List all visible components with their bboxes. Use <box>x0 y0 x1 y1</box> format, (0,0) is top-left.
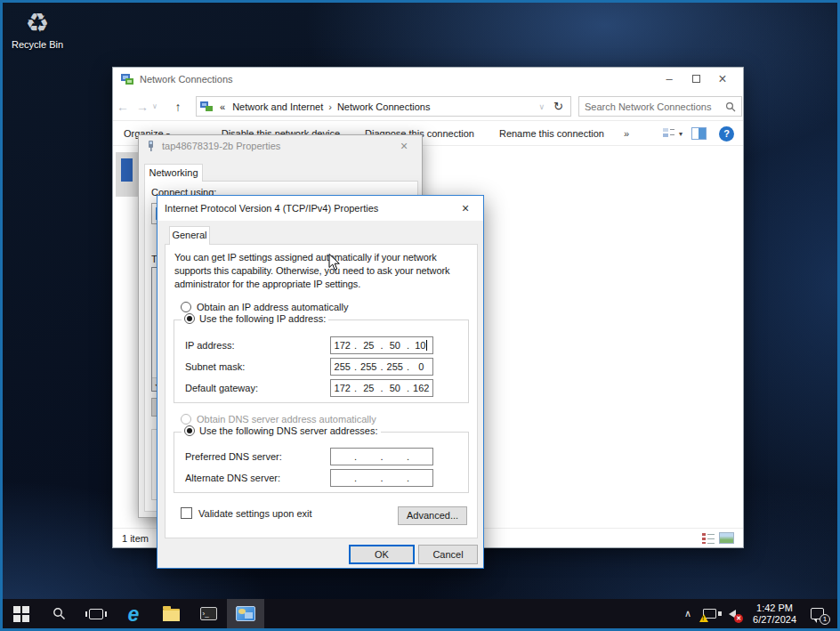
connection-item-icon <box>121 158 133 182</box>
connection-list-item[interactable] <box>116 152 140 197</box>
tap-close-icon[interactable]: × <box>393 139 415 153</box>
history-dropdown-icon[interactable]: ∨ <box>152 102 163 110</box>
radio-obtain-dns-icon <box>181 414 191 425</box>
action-center-button[interactable]: 1 <box>807 605 827 623</box>
ip-octet: 172 <box>331 383 354 393</box>
command-prompt-icon: ›_ <box>200 607 217 620</box>
ip-address-groupbox: Use the following IP address: IP address… <box>174 320 469 403</box>
forward-icon[interactable]: → <box>133 100 152 114</box>
breadcrumb-prefix: « <box>216 101 229 112</box>
octet-dot <box>380 473 384 483</box>
radio-use-dns-label: Use the following DNS server addresses: <box>199 425 378 436</box>
back-icon[interactable]: ← <box>113 100 133 114</box>
ip-octet: 162 <box>410 383 433 393</box>
cancel-button[interactable]: Cancel <box>418 545 478 564</box>
radio-use-dns-icon <box>184 425 195 436</box>
ip-octet: 255 <box>331 361 354 372</box>
clock-date: 6/27/2024 <box>753 614 796 625</box>
ip-octet: 25 <box>358 340 381 351</box>
default-gateway-input[interactable]: 1722550162 <box>330 379 433 397</box>
system-tray: ∧ ✕ 1:42 PM 6/27/2024 1 <box>680 599 837 628</box>
explorer-navbar: ← → ∨ ↑ « Network and Internet › Network… <box>113 93 743 121</box>
radio-obtain-ip[interactable]: Obtain an IP address automatically <box>181 302 348 312</box>
ok-button[interactable]: OK <box>349 545 415 564</box>
ip-address-input[interactable]: 172255010 <box>330 336 433 354</box>
recycle-bin-label: Recycle Bin <box>10 39 65 50</box>
validate-checkbox[interactable] <box>181 507 192 519</box>
ipv4-intro-text: You can get IP settings assigned automat… <box>174 251 475 291</box>
view-details-icon[interactable] <box>702 532 715 544</box>
breadcrumb-network-and-internet[interactable]: Network and Internet <box>229 101 327 112</box>
ipv4-dialog-title: Internet Protocol Version 4 (TCP/IPv4) P… <box>165 203 455 214</box>
command-prompt-button[interactable]: ›_ <box>190 599 227 628</box>
advanced-button[interactable]: Advanced... <box>398 506 467 525</box>
preferred-dns-label: Preferred DNS server: <box>185 451 330 462</box>
task-view-button[interactable] <box>77 599 115 628</box>
alternate-dns-input[interactable] <box>330 469 433 487</box>
radio-use-ip[interactable]: Use the following IP address: <box>182 313 328 324</box>
tap-dialog-titlebar: tap48678319-2b Properties × <box>139 135 422 157</box>
octet-dot <box>380 451 384 462</box>
network-connections-taskbar-button[interactable] <box>227 599 264 628</box>
view-dropdown-icon[interactable]: ▾ <box>679 130 682 138</box>
toolbar-overflow-icon[interactable]: » <box>624 128 629 139</box>
file-explorer-button[interactable] <box>152 599 190 628</box>
volume-tray-icon[interactable]: ✕ <box>723 605 742 623</box>
subnet-mask-input[interactable]: 2552552550 <box>330 358 433 376</box>
validate-checkbox-row[interactable]: Validate settings upon exit <box>181 507 312 519</box>
ip-octet: 10 <box>410 340 433 351</box>
ipv4-close-icon[interactable]: × <box>455 201 476 215</box>
radio-use-dns[interactable]: Use the following DNS server addresses: <box>182 425 381 436</box>
ip-octet: 172 <box>331 340 354 351</box>
search-input[interactable] <box>585 101 725 112</box>
radio-use-ip-label: Use the following IP address: <box>199 313 326 324</box>
minimize-button[interactable]: – <box>656 69 682 90</box>
dns-groupbox: Use the following DNS server addresses: … <box>174 432 469 493</box>
recycle-bin-icon: ♻ <box>10 8 65 38</box>
window-title: Network Connections <box>140 74 656 85</box>
preview-pane-icon[interactable] <box>691 127 707 140</box>
tap-dialog-title: tap48678319-2b Properties <box>162 141 393 151</box>
breadcrumb-network-connections[interactable]: Network Connections <box>334 101 434 112</box>
text-caret <box>426 340 427 351</box>
radio-use-ip-icon <box>184 313 195 324</box>
alternate-dns-label: Alternate DNS server: <box>185 473 330 483</box>
taskbar-search-button[interactable] <box>40 599 77 628</box>
internet-explorer-button[interactable]: e <box>115 599 152 628</box>
default-gateway-label: Default gateway: <box>185 383 330 393</box>
address-bar[interactable]: « Network and Internet › Network Connect… <box>196 96 571 117</box>
ipv4-dialog-titlebar: Internet Protocol Version 4 (TCP/IPv4) P… <box>158 196 483 221</box>
octet-dot <box>407 473 410 483</box>
ip-octet: 50 <box>384 340 407 351</box>
warning-icon <box>699 614 708 622</box>
recycle-bin[interactable]: ♻ Recycle Bin <box>10 8 65 50</box>
mute-icon: ✕ <box>734 614 743 623</box>
change-view-icon[interactable] <box>663 127 675 140</box>
breadcrumb-separator-icon: › <box>327 101 334 112</box>
start-button[interactable] <box>3 599 40 628</box>
help-button[interactable]: ? <box>719 126 734 142</box>
tab-general[interactable]: General <box>169 226 210 245</box>
ip-address-label: IP address: <box>185 340 330 351</box>
up-icon[interactable]: ↑ <box>168 100 188 114</box>
tab-networking[interactable]: Networking <box>144 164 203 182</box>
show-hidden-icons-chevron[interactable]: ∧ <box>680 608 696 619</box>
preferred-dns-input[interactable] <box>330 448 433 465</box>
toolbar-rename-connection[interactable]: Rename this connection <box>499 128 604 139</box>
radio-obtain-dns: Obtain DNS server address automatically <box>181 414 376 425</box>
task-view-icon <box>89 609 103 619</box>
octet-dot <box>354 473 358 483</box>
address-location-icon <box>200 101 214 112</box>
maximize-button[interactable] <box>682 69 709 90</box>
ip-octet: 50 <box>384 383 407 393</box>
close-button[interactable]: × <box>709 69 736 90</box>
search-icon[interactable] <box>725 101 736 112</box>
taskbar-clock[interactable]: 1:42 PM 6/27/2024 <box>746 603 804 626</box>
view-thumbnails-icon[interactable] <box>719 532 734 544</box>
octet-dot <box>354 451 358 462</box>
network-status-tray-icon[interactable] <box>699 605 719 623</box>
address-dropdown-icon[interactable]: ∨ <box>534 102 551 111</box>
internet-explorer-icon: e <box>128 605 140 623</box>
refresh-icon[interactable]: ↻ <box>550 100 567 113</box>
radio-obtain-ip-icon <box>181 302 191 312</box>
